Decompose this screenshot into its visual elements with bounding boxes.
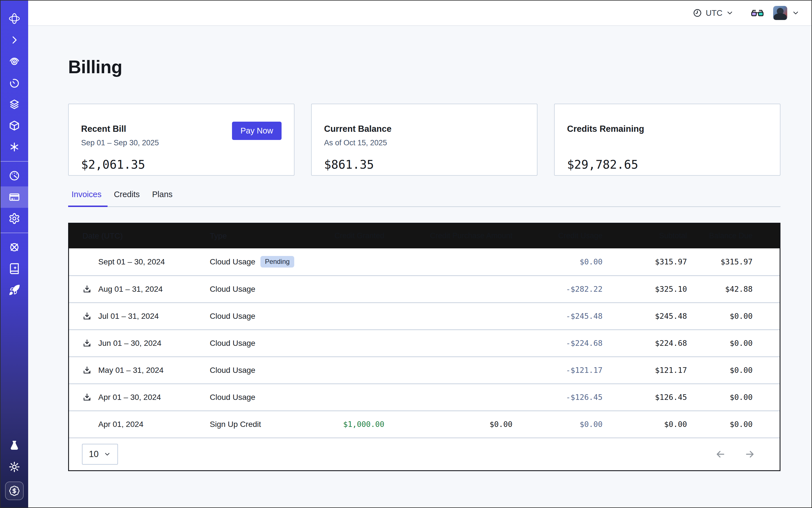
invoice-date: Apr 01 – 30, 2024: [98, 393, 161, 402]
credits-badge-dollar-button[interactable]: [5, 481, 24, 500]
card-subtitle: As of Oct 15, 2025: [324, 138, 524, 148]
table-row: Jul 01 – 31, 2024 Cloud Usage -$245.48 $…: [69, 302, 780, 330]
credit-usage-value: -$282.22: [521, 285, 611, 293]
balance-due-value: $0.00: [695, 312, 780, 321]
summary-cards: Recent Bill Sep 01 – Sep 30, 2025 $2,061…: [68, 103, 780, 176]
column-header-balance-due: Balance Due: [695, 231, 780, 240]
credit-usage-value: $0.00: [521, 420, 611, 429]
credit-usage-value: -$224.68: [521, 339, 611, 347]
column-header-date: Date (UTC): [69, 231, 210, 241]
helm-wheel-icon[interactable]: [1, 237, 28, 258]
invoice-type: Sign Up Credit: [210, 420, 261, 429]
next-page-button[interactable]: [744, 449, 756, 460]
user-avatar[interactable]: [773, 6, 787, 20]
sidebar-divider: [1, 232, 28, 233]
table-row: Jun 01 – 30, 2024 Cloud Usage -$224.68 $…: [69, 330, 780, 356]
recent-bill-card: Recent Bill Sep 01 – Sep 30, 2025 $2,061…: [68, 103, 295, 176]
credit-granted-value: $1,000.00: [300, 420, 393, 429]
subtotal-value: $245.48: [611, 312, 695, 321]
table-footer: 10: [69, 437, 780, 470]
download-invoice-icon[interactable]: [83, 339, 91, 348]
page-size-value: 10: [89, 449, 98, 459]
theme-sun-icon[interactable]: [1, 456, 28, 477]
table-body: Sept 01 – 30, 2024 Cloud Usage Pending $…: [69, 248, 780, 437]
timezone-selector[interactable]: UTC: [693, 8, 734, 18]
subtotal-value: $121.17: [611, 366, 695, 375]
invoice-date: Aug 01 – 31, 2024: [98, 285, 163, 294]
rocket-icon[interactable]: [1, 279, 28, 301]
download-invoice-icon[interactable]: [83, 285, 91, 294]
settings-gear-icon[interactable]: [1, 208, 28, 229]
invoice-date: Apr 01, 2024: [98, 420, 143, 429]
credit-usage-value: $0.00: [521, 257, 611, 266]
pay-now-button[interactable]: Pay Now: [232, 122, 282, 140]
column-header-credit-purchase: Credit Purchase Amount: [393, 231, 521, 240]
invoice-type: Cloud Usage: [210, 366, 255, 375]
cube-icon[interactable]: [1, 115, 28, 136]
invoice-date: Jul 01 – 31, 2024: [98, 312, 159, 321]
card-title: Current Balance: [324, 124, 524, 134]
sidebar-expand-icon[interactable]: [1, 29, 28, 51]
app-logo-icon[interactable]: [1, 8, 28, 29]
credit-usage-value: -$126.45: [521, 393, 611, 401]
table-row: Apr 01, 2024 Sign Up Credit $1,000.00 $0…: [69, 411, 780, 437]
balance-due-value: $0.00: [695, 420, 780, 429]
sidebar-divider: [1, 161, 28, 162]
download-invoice-icon[interactable]: [83, 366, 91, 375]
page-title: Billing: [68, 57, 780, 78]
invoice-date: Jun 01 – 30, 2024: [98, 339, 161, 348]
invoice-type: Cloud Usage: [210, 285, 255, 294]
tab-plans[interactable]: Plans: [146, 190, 179, 206]
timer-icon[interactable]: [1, 72, 28, 93]
pagination-controls: [715, 449, 756, 460]
sidebar-item-billing[interactable]: [1, 186, 28, 208]
column-header-credit-usage: Credit Usage: [521, 231, 611, 240]
invoice-type: Cloud Usage: [210, 312, 255, 321]
labs-flask-icon[interactable]: [1, 435, 28, 456]
billing-tabs: Invoices Credits Plans: [68, 190, 780, 207]
balance-due-value: $42.88: [695, 285, 780, 293]
invoice-type: Cloud Usage: [210, 339, 255, 348]
credits-remaining-amount: $29,782.65: [567, 158, 768, 171]
recent-bill-amount: $2,061.35: [81, 158, 282, 171]
docs-book-icon[interactable]: [1, 258, 28, 279]
table-row: Apr 01 – 30, 2024 Cloud Usage -$126.45 $…: [69, 384, 780, 411]
download-invoice-icon[interactable]: [83, 393, 91, 402]
column-header-type: Type: [210, 231, 300, 241]
invoice-date: May 01 – 31, 2024: [98, 366, 164, 375]
previous-page-button[interactable]: [715, 449, 726, 460]
main-content: Billing Recent Bill Sep 01 – Sep 30, 202…: [68, 26, 780, 471]
tab-credits[interactable]: Credits: [108, 190, 146, 206]
balance-due-value: $0.00: [695, 339, 780, 347]
timezone-label: UTC: [706, 8, 722, 18]
current-balance-card: Current Balance As of Oct 15, 2025 $861.…: [311, 103, 538, 176]
topbar: UTC: [28, 1, 811, 26]
table-row: May 01 – 31, 2024 Cloud Usage -$121.17 $…: [69, 356, 780, 384]
credit-purchase-value: $0.00: [393, 420, 521, 429]
invoice-date: Sept 01 – 30, 2024: [98, 257, 165, 266]
credit-usage-value: -$121.17: [521, 366, 611, 375]
arrow-left-icon: [715, 449, 726, 460]
layers-icon[interactable]: [1, 93, 28, 115]
app-window: UTC Billing Recent Bill Sep 01 – Sep 30,…: [0, 0, 812, 508]
account-menu-chevron-icon[interactable]: [792, 9, 800, 17]
download-invoice-icon[interactable]: [83, 312, 91, 321]
subtotal-value: $325.10: [611, 285, 695, 293]
chevron-down-icon: [103, 451, 111, 458]
card-title: Credits Remaining: [567, 124, 768, 134]
arrow-right-icon: [744, 449, 756, 460]
balance-due-value: $0.00: [695, 393, 780, 401]
column-header-subtotal: Subtotal: [611, 231, 695, 240]
balance-due-value: $0.00: [695, 366, 780, 375]
invoice-type: Cloud Usage: [210, 257, 255, 266]
card-subtitle: Sep 01 – Sep 30, 2025: [81, 138, 282, 148]
tab-invoices[interactable]: Invoices: [68, 190, 108, 206]
insights-cyclone-icon[interactable]: [1, 51, 28, 72]
asterisk-icon[interactable]: [1, 136, 28, 158]
usage-gauge-icon[interactable]: [1, 165, 28, 186]
page-size-select[interactable]: 10: [82, 444, 118, 465]
reader-glasses-icon[interactable]: [751, 9, 764, 17]
table-header-row: Date (UTC) Type Credit Granted Credit Pu…: [69, 223, 780, 248]
subtotal-value: $315.97: [611, 257, 695, 266]
credit-usage-value: -$245.48: [521, 312, 611, 321]
